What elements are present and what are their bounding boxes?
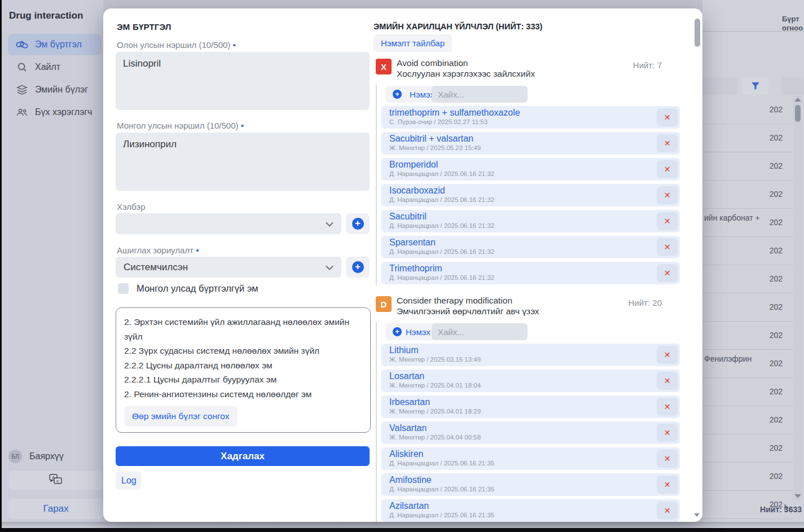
interaction-item: Sacubitril + valsartan Ж. Мөнхтөр / 2025… <box>381 132 680 155</box>
interaction-search-input[interactable] <box>432 323 528 340</box>
remove-item-button[interactable]: ✕ <box>657 476 678 494</box>
intl-name-label: Олон улсын нэршил (10/500) • <box>117 40 236 50</box>
interaction-item: Losartan Ж. Мөнхтөр / 2025.04.01 18:04 ✕ <box>381 370 680 392</box>
drug-edit-modal: ЭМ БҮРТГЭЛ Олон улсын нэршил (10/500) • … <box>103 8 702 522</box>
add-label: Нэмэх <box>406 327 430 337</box>
item-meta: Д. Наранцацрал / 2025.06.16 21:32 <box>389 222 494 229</box>
shape-select[interactable] <box>116 213 341 234</box>
interaction-item: Trimethoprim Д. Наранцацрал / 2025.06.16… <box>381 262 680 284</box>
drug-link[interactable]: Isocarboxazid <box>389 186 445 196</box>
intl-name-textarea[interactable]: Lisinopril <box>116 52 370 110</box>
item-meta: Ж. Мөнхтөр / 2025.04.01 18:29 <box>389 408 481 415</box>
interaction-list: trimethoprim + sulfamethoxazole С. Пүрэв… <box>381 106 680 288</box>
item-meta: Д. Наранцацрал / 2025.06.16 21:35 <box>389 486 494 493</box>
remove-item-button[interactable]: ✕ <box>657 372 678 390</box>
drug-classification-box: 2. Эрхтэн системийн үйл ажиллагаанд нөлө… <box>116 307 371 433</box>
section-title-en: Avoid combination <box>397 58 468 68</box>
save-button[interactable]: Хадгалах <box>116 446 370 466</box>
drug-link[interactable]: Sparsentan <box>389 238 436 248</box>
severity-badge-x: X <box>376 59 392 74</box>
item-meta: Ж. Мөнхтөр / 2025.03.15 13:49 <box>389 356 481 363</box>
classification-line: 2.2.2 Цусны даралтанд нөлөөлөх эм <box>124 358 362 373</box>
interaction-item: Lithium Ж. Мөнхтөр / 2025.03.15 13:49 ✕ <box>381 344 680 366</box>
add-purpose-button[interactable]: + <box>346 257 370 278</box>
classification-line: 2.2.2.1 Цусны даралтыг бууруулах эм <box>124 372 362 387</box>
remove-item-button[interactable]: ✕ <box>657 398 678 416</box>
drug-link[interactable]: Valsartan <box>389 423 427 433</box>
remove-item-button[interactable]: ✕ <box>657 212 678 230</box>
purpose-label: Ашиглах зориулалт • <box>117 245 199 255</box>
drug-link[interactable]: Azilsartan <box>389 501 429 511</box>
interaction-item: Aliskiren Д. Наранцацрал / 2025.06.16 21… <box>381 447 680 470</box>
item-meta: Д. Наранцацрал / 2025.06.16 21:32 <box>389 274 494 281</box>
chevron-down-icon <box>326 218 333 230</box>
unregistered-checkbox[interactable] <box>118 283 129 294</box>
shape-label: Хэлбэр <box>117 202 146 212</box>
section-total: Нийт: 20 <box>629 298 662 307</box>
drug-link[interactable]: Amifostine <box>389 475 432 485</box>
remove-item-button[interactable]: ✕ <box>657 502 678 520</box>
remove-item-button[interactable]: ✕ <box>657 160 678 178</box>
required-dot: • <box>233 40 236 50</box>
item-meta: Ж. Мөнхтөр / 2025.04.04 00:58 <box>389 434 481 441</box>
item-meta: Д. Наранцацрал / 2025.06.16 21:35 <box>389 460 494 467</box>
log-button[interactable]: Log <box>116 471 141 490</box>
interactions-title: ЭМИЙН ХАРИЛЦАН ҮЙЛЧЛЭЛ (НИЙТ: 333) <box>374 22 542 31</box>
severity-badge-d: D <box>376 296 392 312</box>
mn-name-textarea[interactable]: Лизиноприл <box>116 133 370 191</box>
scroll-down-arrow[interactable] <box>694 513 700 517</box>
mn-name-label: Монгол улсын нэршил (10/500) • <box>117 121 244 130</box>
drug-link[interactable]: trimethoprim + sulfamethoxazole <box>389 108 520 118</box>
remove-item-button[interactable]: ✕ <box>657 450 678 468</box>
interaction-item: Irbesartan Ж. Мөнхтөр / 2025.04.01 18:29… <box>381 395 680 418</box>
item-meta: Д. Наранцацрал / 2025.06.16 21:32 <box>389 196 494 203</box>
remove-item-button[interactable]: ✕ <box>657 186 678 204</box>
remove-item-button[interactable]: ✕ <box>657 134 678 152</box>
drug-link[interactable]: Aliskiren <box>389 449 423 459</box>
remove-item-button[interactable]: ✕ <box>657 424 678 442</box>
classification-line: 2.2 Зүрх судасны системд нөлөөлөх эмийн … <box>124 344 362 358</box>
extra-note-button[interactable]: Нэмэлт тайлбар <box>374 34 452 52</box>
drug-form: ЭМ БҮРТГЭЛ Олон улсын нэршил (10/500) • … <box>103 8 373 522</box>
drug-link[interactable]: Sacubitril <box>389 212 427 222</box>
drug-link[interactable]: Irbesartan <box>389 397 430 407</box>
unregistered-checkbox-row: Монгол улсад бүртгэлгүй эм <box>118 283 258 294</box>
interaction-item: trimethoprim + sulfamethoxazole С. Пүрэв… <box>381 106 680 129</box>
purpose-select-value: Системчилсэн <box>124 262 188 273</box>
classification-line: 2. Эрхтэн системийн үйл ажиллагаанд нөлө… <box>124 315 362 344</box>
app-root: Drug interaction Эм бүртгэл Хайлт Эмийн … <box>0 0 804 532</box>
scrollbar-thumb[interactable] <box>695 19 700 47</box>
drug-link[interactable]: Sacubitril + valsartan <box>389 134 473 144</box>
item-meta: Ж. Мөнхтөр / 2025.04.01 18:04 <box>389 382 481 389</box>
required-dot: • <box>196 245 199 255</box>
drug-link[interactable]: Lithium <box>389 345 419 355</box>
add-shape-button[interactable]: + <box>346 213 370 234</box>
remove-item-button[interactable]: ✕ <box>657 238 678 256</box>
section-title-mn: Эмчилгээний өөрчлөлтийг авч үзэх <box>397 306 539 316</box>
item-meta: Д. Наранцацрал / 2025.06.16 21:32 <box>389 248 494 255</box>
interaction-item: Isocarboxazid Д. Наранцацрал / 2025.06.1… <box>381 184 680 206</box>
interaction-item: Amifostine Д. Наранцацрал / 2025.06.16 2… <box>381 473 680 496</box>
item-meta: Д. Наранцацрал / 2025.06.16 21:35 <box>389 512 494 518</box>
item-meta: С. Пүрэв-очир / 2025.02.27 11:53 <box>389 118 487 125</box>
interaction-item: Bromperidol Д. Наранцацрал / 2025.06.16 … <box>381 158 680 181</box>
drug-link[interactable]: Bromperidol <box>389 160 438 170</box>
remove-item-button[interactable]: ✕ <box>657 108 678 126</box>
choose-other-group-button[interactable]: Өөр эмийн бүлэг сонгох <box>124 406 238 427</box>
add-interaction-button[interactable]: + Нэмэх <box>386 323 437 340</box>
plus-icon: + <box>352 218 364 230</box>
remove-item-button[interactable]: ✕ <box>657 264 678 282</box>
section-total: Нийт: 7 <box>633 60 662 70</box>
classification-line: 2. Ренин-ангиотензины системд нөлөөлдөг … <box>124 387 362 402</box>
interaction-item: Sparsentan Д. Наранцацрал / 2025.06.16 2… <box>381 236 680 258</box>
purpose-select[interactable]: Системчилсэн <box>116 257 341 278</box>
drug-link[interactable]: Losartan <box>389 371 424 381</box>
interactions-panel: ЭМИЙН ХАРИЛЦАН ҮЙЛЧЛЭЛ (НИЙТ: 333) Нэмэл… <box>373 8 695 522</box>
drug-link[interactable]: Trimethoprim <box>389 263 442 274</box>
remove-item-button[interactable]: ✕ <box>657 346 678 364</box>
chevron-down-icon <box>326 262 333 273</box>
modal-scrollbar[interactable] <box>693 8 701 522</box>
interaction-list: Lithium Ж. Мөнхтөр / 2025.03.15 13:49 ✕ … <box>381 344 680 522</box>
plus-icon: + <box>393 90 402 99</box>
interaction-search-input[interactable] <box>432 86 528 103</box>
